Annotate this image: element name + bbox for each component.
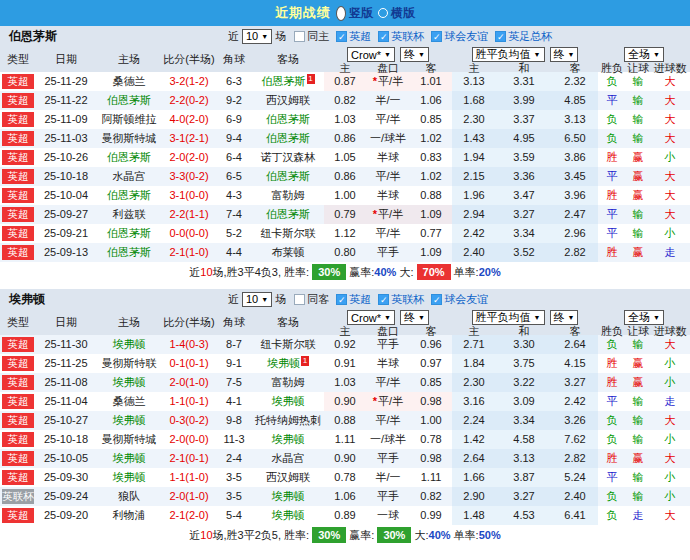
match-date: 25-09-20 (36, 506, 96, 525)
team-link[interactable]: 布莱顿 (272, 246, 305, 258)
checkbox-unchecked[interactable] (294, 31, 305, 42)
team-link[interactable]: 伯恩茅斯 (266, 132, 310, 144)
team-link[interactable]: 埃弗顿 (113, 471, 146, 483)
team-link[interactable]: 西汉姆联 (266, 94, 310, 106)
team-link[interactable]: 桑德兰 (113, 75, 146, 87)
summary-text: 赢率: (346, 529, 377, 541)
team-link[interactable]: 伯恩茅斯 (266, 170, 310, 182)
team-link[interactable]: 曼彻斯特城 (102, 132, 157, 144)
team-link[interactable]: 伯恩茅斯 (107, 246, 151, 258)
checkbox-checked[interactable]: ✓ (336, 31, 347, 42)
games-count-select[interactable]: 10▼ (242, 29, 272, 44)
mean-home: 1.48 (452, 506, 496, 525)
team-link[interactable]: 利物浦 (113, 509, 146, 521)
checkbox-checked[interactable]: ✓ (431, 31, 442, 42)
team-link[interactable]: 曼彻斯特城 (102, 433, 157, 445)
team-link[interactable]: 伯恩茅斯 (107, 151, 151, 163)
horizontal-radio[interactable] (378, 8, 388, 18)
match-score: 4-0(2-0) (162, 110, 216, 129)
team-link[interactable]: 桑德兰 (113, 395, 146, 407)
team-link[interactable]: 纽卡斯尔联 (261, 227, 316, 239)
team-link[interactable]: 埃弗顿 (113, 452, 146, 464)
team-link[interactable]: 曼彻斯特联 (102, 357, 157, 369)
team-link[interactable]: 托特纳姆热刺 (255, 414, 321, 426)
filter-label[interactable]: 英超 (349, 292, 371, 307)
checkbox-unchecked[interactable] (294, 294, 305, 305)
chevron-down-icon: ▼ (418, 51, 425, 58)
col-score: 比分(半场) (162, 46, 216, 72)
odds-home: 1.03 (324, 373, 366, 392)
games-label: 场 (275, 29, 286, 44)
team-link[interactable]: 伯恩茅斯 (107, 94, 151, 106)
checkbox-checked[interactable]: ✓ (336, 294, 347, 305)
mean-draw: 3.27 (496, 487, 552, 506)
odds-away: 1.09 (410, 243, 452, 262)
team-link[interactable]: 阿斯顿维拉 (102, 113, 157, 125)
team-link[interactable]: 埃弗顿 (272, 509, 305, 521)
checkbox-checked[interactable]: ✓ (378, 294, 389, 305)
mean-final-select[interactable]: 终▼ (550, 47, 579, 62)
team-cell: 托特纳姆热刺 (252, 411, 324, 430)
team-link[interactable]: 狼队 (118, 490, 140, 502)
filter-label[interactable]: 球会友谊 (444, 292, 488, 307)
mean-odds-select[interactable]: 胜平负均值▼ (472, 310, 545, 325)
result-goals: 小 (650, 354, 690, 373)
team-link[interactable]: 纽卡斯尔联 (261, 338, 316, 350)
filter-label[interactable]: 英足总杯 (508, 29, 552, 44)
team-link[interactable]: 富勒姆 (272, 189, 305, 201)
odds-final-select[interactable]: 终▼ (400, 47, 429, 62)
team-link[interactable]: 伯恩茅斯 (266, 113, 310, 125)
mean-away: 3.27 (552, 373, 598, 392)
recent-results-page: 近期战绩 竖版 横版 伯恩茅斯 近 10▼ 场 同主✓英超✓英联杯✓球会友谊✓英… (0, 0, 690, 560)
filter-label[interactable]: 同主 (307, 29, 329, 44)
checkbox-checked[interactable]: ✓ (378, 31, 389, 42)
filter-label[interactable]: 英超 (349, 29, 371, 44)
filter-label[interactable]: 英联杯 (391, 29, 424, 44)
league-cell: 英超 (0, 373, 36, 392)
vertical-layout-link[interactable]: 竖版 (349, 5, 373, 22)
mean-home: 1.94 (452, 148, 496, 167)
checkbox-checked[interactable]: ✓ (431, 294, 442, 305)
team-link[interactable]: 埃弗顿 (272, 395, 305, 407)
horizontal-layout-link[interactable]: 横版 (391, 5, 415, 22)
vertical-radio[interactable] (336, 6, 346, 21)
mean-odds-select[interactable]: 胜平负均值▼ (472, 47, 545, 62)
team-link[interactable]: 西汉姆联 (266, 471, 310, 483)
league-filter-checkboxes: 同主✓英超✓英联杯✓球会友谊✓英足总杯 (289, 29, 552, 44)
red-card-badge: 1 (301, 356, 309, 366)
filter-label[interactable]: 同客 (307, 292, 329, 307)
filter-label[interactable]: 球会友谊 (444, 29, 488, 44)
scope-select[interactable]: 全场▼ (624, 47, 664, 62)
league-badge: 英超 (2, 432, 34, 447)
team-link[interactable]: 伯恩茅斯 (262, 75, 306, 87)
team-link[interactable]: 伯恩茅斯 (266, 208, 310, 220)
result-goals: 小 (650, 224, 690, 243)
team-link[interactable]: 埃弗顿 (272, 490, 305, 502)
focus-team-cell: 伯恩茅斯 (252, 110, 324, 129)
team-link[interactable]: 富勒姆 (272, 376, 305, 388)
team-link[interactable]: 埃弗顿 (113, 376, 146, 388)
odds-away: 0.99 (410, 506, 452, 525)
team-link[interactable]: 利兹联 (113, 208, 146, 220)
match-score: 2-0(0-0) (162, 430, 216, 449)
games-count-select[interactable]: 10▼ (242, 292, 272, 307)
filter-label[interactable]: 英联杯 (391, 292, 424, 307)
team-link[interactable]: 水晶宫 (272, 452, 305, 464)
team-link[interactable]: 埃弗顿 (113, 338, 146, 350)
team-section-bournemouth: 伯恩茅斯 近 10▼ 场 同主✓英超✓英联杯✓球会友谊✓英足总杯 类型 日期 主… (0, 26, 690, 283)
odds-company-select[interactable]: Crow*▼ (347, 47, 395, 62)
checkbox-checked[interactable]: ✓ (495, 31, 506, 42)
odds-company-select[interactable]: Crow*▼ (347, 310, 395, 325)
team-link[interactable]: 埃弗顿 (272, 433, 305, 445)
scope-select[interactable]: 全场▼ (624, 310, 664, 325)
team-link[interactable]: 诺丁汉森林 (261, 151, 316, 163)
team-link[interactable]: 伯恩茅斯 (107, 227, 151, 239)
match-score: 1-4(0-3) (162, 335, 216, 354)
league-cell: 英超 (0, 411, 36, 430)
team-link[interactable]: 水晶宫 (113, 170, 146, 182)
team-link[interactable]: 埃弗顿 (267, 357, 300, 369)
team-link[interactable]: 伯恩茅斯 (107, 189, 151, 201)
mean-final-select[interactable]: 终▼ (550, 310, 579, 325)
team-link[interactable]: 埃弗顿 (113, 414, 146, 426)
odds-final-select[interactable]: 终▼ (400, 310, 429, 325)
